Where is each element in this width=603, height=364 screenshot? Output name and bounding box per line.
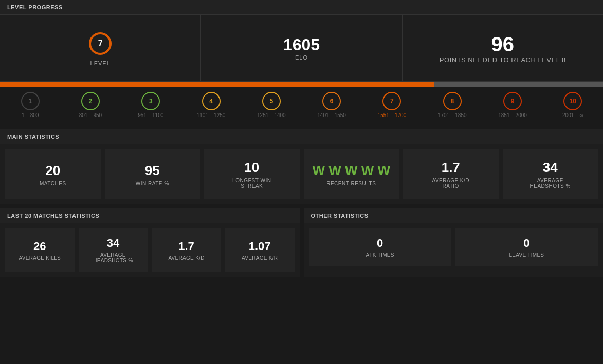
bottom-row: LAST 20 MATCHES STATISTICS 26 AVERAGE KI… — [0, 208, 603, 277]
stat-value-results: W W W W W — [312, 163, 390, 179]
level-number: 7 — [98, 39, 103, 48]
level-marker-6: 6 1401 – 1550 — [311, 92, 352, 118]
stat-card-results: W W W W W RECENT RESULTS — [304, 149, 399, 199]
other-stats-section: OTHER STATISTICS 0 AFK TIMES 0 LEAVE TIM… — [304, 208, 604, 277]
progress-fill — [0, 82, 434, 87]
level-markers-row: 1 1 – 800 2 801 – 950 3 951 – 1100 4 110… — [0, 87, 603, 125]
stat-label-matches: MATCHES — [40, 181, 66, 186]
last-matches-header: LAST 20 MATCHES STATISTICS — [0, 208, 300, 223]
level-marker-5: 5 1251 – 1400 — [251, 92, 292, 118]
stat-card-matches: 20 MATCHES — [5, 149, 101, 199]
level-marker-3: 3 951 – 1100 — [130, 92, 171, 118]
main-statistics-section: MAIN STATISTICS 20 MATCHES 95 WIN RATE %… — [0, 129, 603, 204]
stat-value-streak: 10 — [244, 160, 259, 176]
other-stat-value-leave: 0 — [523, 237, 529, 250]
marker-circle-6: 6 — [322, 92, 341, 110]
stat-label-winrate: WIN RATE % — [136, 181, 169, 186]
stat-value-headshots: 34 — [543, 160, 558, 176]
stat-card-kd: 1.7 AVERAGE K/DRATIO — [403, 149, 499, 199]
elo-value: 1605 — [283, 35, 320, 54]
last-stat-value-kills: 26 — [33, 240, 46, 253]
last-matches-section: LAST 20 MATCHES STATISTICS 26 AVERAGE KI… — [0, 208, 300, 277]
marker-range-2: 801 – 950 — [79, 112, 102, 118]
last-stat-value-headshots: 34 — [107, 237, 119, 250]
marker-circle-3: 3 — [141, 92, 160, 110]
main-stats-header: MAIN STATISTICS — [0, 129, 603, 144]
marker-circle-5: 5 — [262, 92, 281, 110]
marker-range-1: 1 – 800 — [22, 112, 39, 118]
level-gauge: 7 — [87, 30, 114, 57]
last-stat-label-kills: AVERAGE KILLS — [19, 255, 61, 261]
marker-range-3: 951 – 1100 — [138, 112, 163, 118]
progress-bar — [0, 82, 603, 87]
elo-label: ELO — [295, 54, 308, 61]
stat-label-headshots: AVERAGEHEADSHOTS % — [530, 178, 571, 189]
marker-circle-4: 4 — [202, 92, 221, 110]
marker-circle-7: 7 — [382, 92, 401, 110]
marker-circle-9: 9 — [503, 92, 522, 110]
other-stat-label-leave: LEAVE TIMES — [509, 252, 544, 258]
stat-label-kd: AVERAGE K/DRATIO — [432, 178, 469, 189]
progress-rest — [434, 82, 603, 87]
stat-value-winrate: 95 — [145, 163, 160, 179]
elo-box: 1605 ELO — [201, 15, 402, 81]
points-label: POINTS NEEDED TO REACH LEVEL 8 — [440, 56, 566, 64]
level-marker-9: 9 1851 – 2000 — [492, 92, 533, 118]
marker-circle-10: 10 — [563, 92, 582, 110]
last-stat-headshots: 34 AVERAGEHEADSHOTS % — [79, 228, 148, 272]
other-stats-header: OTHER STATISTICS — [304, 208, 604, 223]
stat-card-streak: 10 LONGEST WINSTREAK — [204, 149, 300, 199]
marker-range-9: 1851 – 2000 — [498, 112, 527, 118]
other-stats-grid: 0 AFK TIMES 0 LEAVE TIMES — [304, 223, 604, 271]
marker-range-6: 1401 – 1550 — [317, 112, 346, 118]
marker-range-4: 1101 – 1250 — [197, 112, 226, 118]
marker-range-7: 1551 – 1700 — [378, 112, 407, 118]
level-marker-8: 8 1701 – 1850 — [432, 92, 473, 118]
last-stat-value-kd: 1.7 — [178, 240, 194, 253]
points-value: 96 — [491, 33, 515, 56]
main-stats-grid: 20 MATCHES 95 WIN RATE % 10 LONGEST WINS… — [0, 144, 603, 204]
stat-card-winrate: 95 WIN RATE % — [105, 149, 200, 199]
last-stat-label-kr: AVERAGE K/R — [242, 255, 278, 261]
level-box: 7 LEVEL — [0, 15, 201, 81]
marker-circle-1: 1 — [21, 92, 40, 110]
level-marker-10: 10 2001 – ∞ — [552, 92, 593, 118]
other-stat-afk: 0 AFK TIMES — [309, 228, 451, 266]
stat-card-headshots: 34 AVERAGEHEADSHOTS % — [503, 149, 598, 199]
marker-range-5: 1251 – 1400 — [257, 112, 286, 118]
stat-value-kd: 1.7 — [442, 160, 460, 176]
last-stat-kills: 26 AVERAGE KILLS — [5, 228, 75, 272]
other-stat-value-afk: 0 — [377, 237, 383, 250]
level-progress-header: LEVEL PROGRESS — [0, 0, 603, 15]
points-needed-box: 96 POINTS NEEDED TO REACH LEVEL 8 — [403, 15, 603, 81]
stat-value-matches: 20 — [45, 163, 60, 179]
level-marker-1: 1 1 – 800 — [10, 92, 51, 118]
marker-circle-2: 2 — [81, 92, 100, 110]
last-stat-label-kd: AVERAGE K/D — [168, 255, 204, 261]
marker-range-10: 2001 – ∞ — [562, 112, 583, 118]
level-marker-2: 2 801 – 950 — [70, 92, 111, 118]
level-marker-7: 7 1551 – 1700 — [371, 92, 412, 118]
last-stat-kr: 1.07 AVERAGE K/R — [225, 228, 295, 272]
stat-label-results: RECENT RESULTS — [326, 181, 376, 186]
other-stat-label-afk: AFK TIMES — [366, 252, 394, 258]
other-stat-leave: 0 LEAVE TIMES — [455, 228, 598, 266]
level-top-row: 7 LEVEL 1605 ELO 96 POINTS NEEDED TO REA… — [0, 15, 603, 82]
marker-range-8: 1701 – 1850 — [438, 112, 467, 118]
last-stat-label-headshots: AVERAGEHEADSHOTS % — [93, 252, 133, 263]
stat-label-streak: LONGEST WINSTREAK — [232, 178, 271, 189]
last-stat-value-kr: 1.07 — [249, 240, 271, 253]
level-marker-4: 4 1101 – 1250 — [191, 92, 232, 118]
marker-circle-8: 8 — [443, 92, 462, 110]
last-matches-grid: 26 AVERAGE KILLS 34 AVERAGEHEADSHOTS % 1… — [0, 223, 300, 277]
last-stat-kd: 1.7 AVERAGE K/D — [152, 228, 221, 272]
level-progress-section: LEVEL PROGRESS 7 LEVEL 1605 ELO 96 PO — [0, 0, 603, 125]
